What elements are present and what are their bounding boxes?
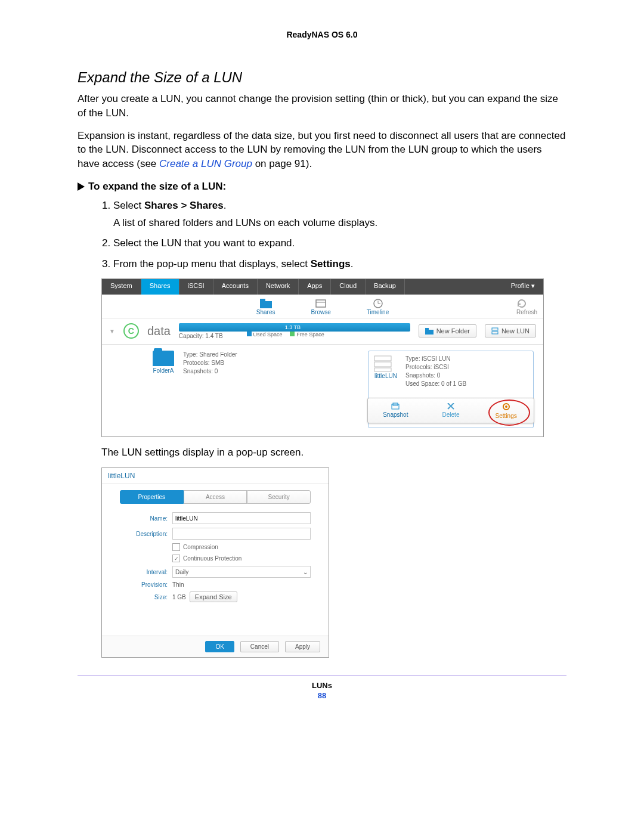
continuous-protection-checkbox[interactable]: ✓ [172,555,180,562]
lun-icon [491,327,499,335]
description-field[interactable] [172,528,311,540]
popup-settings-label: Settings [481,413,531,419]
label-provision: Provision: [120,581,172,588]
label-name: Name: [120,515,172,522]
sub-nav: Shares Browse Timeline Refresh [102,295,543,318]
top-nav: System Shares iSCSI Accounts Network App… [102,279,543,295]
volume-name: data [147,324,171,338]
cancel-button[interactable]: Cancel [240,641,279,652]
delete-icon [447,402,455,410]
volume-row: ▼ C data 1.3 TB Capacity: 1.4 TB Used Sp… [102,318,543,345]
popup-snapshot-label: Snapshot [370,411,421,418]
name-field[interactable] [172,512,311,524]
tab-iscsi[interactable]: iSCSI [179,279,213,295]
tab-shares[interactable]: Shares [141,279,179,295]
svg-rect-8 [425,328,429,330]
legend: Used Space Free Space [241,332,324,339]
subnav-browse[interactable]: Browse [311,298,330,315]
interval-select[interactable]: Daily ⌄ [172,566,311,578]
step-2: Select the LUN that you want to expand. [113,235,566,251]
after-fig1: The LUN settings display in a pop-up scr… [101,445,566,460]
arrow-icon [78,182,85,191]
lun-item-selected[interactable]: littleLUN Type: iSCSI LUN Protocols: iSC… [368,351,534,428]
new-folder-button[interactable]: New Folder [419,324,476,337]
lun-icon [372,355,400,373]
apply-button[interactable]: Apply [285,641,320,652]
svg-rect-10 [492,332,498,334]
clock-icon [367,298,389,309]
tab-cloud[interactable]: Cloud [331,279,366,295]
compression-checkbox[interactable] [172,543,180,551]
label-compression: Compression [183,544,218,550]
expand-size-button[interactable]: Expand Size [190,592,237,602]
section-title: Expand the Size of a LUN [78,69,566,86]
provision-value: Thin [172,581,184,588]
page-footer: LUNs 88 [78,681,566,700]
lun-name: littleLUN [372,373,400,379]
procedure-heading: To expand the size of a LUN: [78,181,566,193]
dialog-tabs: Properties Access Security [120,490,311,504]
new-folder-label: New Folder [436,327,470,335]
profile-menu[interactable]: Profile ▾ [503,279,543,295]
popup-delete[interactable]: Delete [423,398,479,423]
para-2: Expansion is instant, regardless of the … [78,129,566,171]
subnav-shares-label: Shares [256,309,275,315]
footer-rule [78,676,566,676]
tab-access[interactable]: Access [184,490,247,504]
volume-status-icon: C [123,323,139,339]
snapshot-icon [391,402,400,410]
tab-accounts[interactable]: Accounts [213,279,258,295]
tab-network[interactable]: Network [258,279,299,295]
screenshot-lun-settings: littleLUN Properties Access Security Nam… [101,467,329,658]
svg-point-19 [505,405,507,408]
refresh-label: Refresh [516,309,537,315]
screenshot-shares: System Shares iSCSI Accounts Network App… [101,278,544,437]
folder-meta: Type: Shared Folder Protocols: SMB Snaps… [183,351,237,428]
capacity-bar-text: 1.3 TB [285,324,301,330]
procedure-heading-text: To expand the size of a LUN: [88,181,226,192]
svg-rect-12 [374,362,391,367]
subnav-shares[interactable]: Shares [256,298,275,315]
popup-settings[interactable]: Settings [478,398,534,423]
properties-form: Name: Description: Compression ✓ Continu… [102,512,329,612]
para-2-a: Expansion is instant, regardless of the … [78,130,565,170]
subnav-timeline-label: Timeline [367,309,389,315]
label-continuous-protection: Continuous Protection [183,555,242,562]
size-value: 1 GB [172,594,186,600]
refresh-icon [516,298,537,309]
collapse-icon[interactable]: ▼ [109,328,115,335]
browse-icon [311,298,330,309]
new-lun-label: New LUN [501,327,530,335]
step-1-a: Select [113,200,144,211]
gear-icon [501,402,511,411]
folder-icon [256,298,275,309]
dialog-buttons: OK Cancel Apply [102,636,329,657]
step-1-sub: A list of shared folders and LUNs on eac… [113,217,566,229]
link-create-lun-group[interactable]: Create a LUN Group [159,158,252,169]
folder-item[interactable]: FolderA Type: Shared Folder Protocols: S… [150,351,237,428]
folder-icon [153,351,174,366]
label-size: Size: [120,594,172,600]
tab-security[interactable]: Security [247,490,311,504]
ok-button[interactable]: OK [205,641,234,652]
para-1: After you create a LUN, you cannot chang… [78,92,566,120]
folder-icon [425,328,434,335]
para-2-b: on page 91). [252,158,312,169]
svg-rect-13 [374,368,391,371]
refresh-button[interactable]: Refresh [516,298,537,315]
tab-properties[interactable]: Properties [120,490,184,504]
popup-delete-label: Delete [426,411,476,418]
svg-rect-7 [425,330,434,335]
chevron-down-icon: ⌄ [303,569,308,575]
tab-apps[interactable]: Apps [299,279,331,295]
popup-snapshot[interactable]: Snapshot [368,398,423,423]
tab-system[interactable]: System [102,279,141,295]
subnav-timeline[interactable]: Timeline [367,298,389,315]
footer-section: LUNs [312,681,332,690]
tab-backup[interactable]: Backup [366,279,405,295]
legend-free: Free Space [296,332,324,337]
new-lun-button[interactable]: New LUN [485,324,536,337]
svg-rect-2 [316,300,326,307]
label-interval: Interval: [120,569,172,575]
footer-page-number: 88 [78,691,566,700]
